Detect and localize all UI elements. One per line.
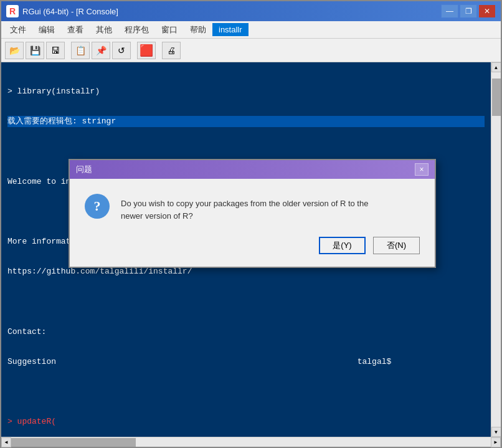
open-file-button[interactable]: 📂 — [5, 42, 24, 59]
scroll-up-arrow[interactable]: ▲ — [491, 62, 501, 72]
menu-view[interactable]: 查看 — [61, 22, 90, 37]
menu-bar: 文件 编辑 查看 其他 程序包 窗口 帮助 installr — [1, 21, 501, 39]
dialog-message: Do you wish to copy your packages from t… — [121, 194, 420, 222]
console-line — [7, 296, 485, 307]
toolbar: 📂 💾 🖫 📋 📌 ↺ 🟥 🖨 — [1, 39, 501, 62]
paste-button[interactable]: 📌 — [92, 42, 110, 59]
refresh-button[interactable]: ↺ — [112, 42, 131, 59]
window-controls: — ❐ ✕ — [441, 4, 496, 18]
horizontal-scrollbar[interactable]: ◀ ▶ — [1, 437, 501, 447]
menu-edit[interactable]: 编辑 — [32, 22, 61, 37]
minimize-button[interactable]: — — [441, 4, 458, 18]
question-dialog: 问题 × ? Do you wish to copy your packages… — [69, 159, 436, 268]
menu-window[interactable]: 窗口 — [155, 22, 184, 37]
menu-installr[interactable]: installr — [212, 23, 249, 36]
scroll-right-arrow[interactable]: ▶ — [491, 437, 501, 447]
title-bar: R RGui (64-bit) - [R Console] — ❐ ✕ — [1, 1, 501, 21]
console-line: Suggestion talgal$ — [7, 356, 485, 368]
menu-file[interactable]: 文件 — [4, 22, 32, 37]
console-line: > library(installr) — [7, 86, 485, 97]
dialog-close-button[interactable]: × — [415, 163, 429, 176]
yes-button[interactable]: 是(Y) — [319, 237, 366, 254]
dialog-title: 问题 — [76, 164, 415, 175]
console-line — [7, 146, 485, 157]
console-line: Contact: — [7, 326, 485, 338]
scroll-down-arrow[interactable]: ▼ — [491, 427, 501, 437]
window-title: RGui (64-bit) - [R Console] — [22, 7, 441, 16]
scroll-h-track[interactable] — [11, 437, 491, 447]
dialog-body: ? Do you wish to copy your packages from… — [70, 179, 435, 232]
restore-button[interactable]: ❐ — [460, 4, 477, 18]
dialog-buttons: 是(Y) 否(N) — [70, 232, 435, 267]
menu-packages[interactable]: 程序包 — [118, 22, 155, 37]
scroll-track[interactable] — [491, 72, 501, 427]
scroll-h-thumb[interactable] — [11, 438, 136, 447]
no-button[interactable]: 否(N) — [373, 237, 420, 254]
copy-button[interactable]: 📋 — [71, 42, 90, 59]
save-button[interactable]: 💾 — [26, 42, 44, 59]
console-line: 载入需要的程辑包: stringr — [7, 116, 485, 127]
console-line: > updateR( — [7, 416, 485, 427]
scroll-thumb[interactable] — [492, 79, 501, 116]
stop-button[interactable]: 🟥 — [137, 42, 156, 59]
save2-button[interactable]: 🖫 — [46, 42, 65, 59]
console-line — [7, 386, 485, 398]
dialog-title-bar: 问题 × — [70, 160, 435, 179]
app-icon: R — [6, 5, 19, 17]
question-icon: ? — [85, 194, 110, 219]
main-window: R RGui (64-bit) - [R Console] — ❐ ✕ 文件 编… — [0, 0, 502, 448]
menu-misc[interactable]: 其他 — [90, 22, 118, 37]
print-button[interactable]: 🖨 — [162, 42, 181, 59]
menu-help[interactable]: 帮助 — [184, 22, 212, 37]
vertical-scrollbar[interactable]: ▲ ▼ — [491, 62, 501, 437]
close-button[interactable]: ✕ — [478, 4, 496, 18]
scroll-left-arrow[interactable]: ◀ — [1, 437, 11, 447]
